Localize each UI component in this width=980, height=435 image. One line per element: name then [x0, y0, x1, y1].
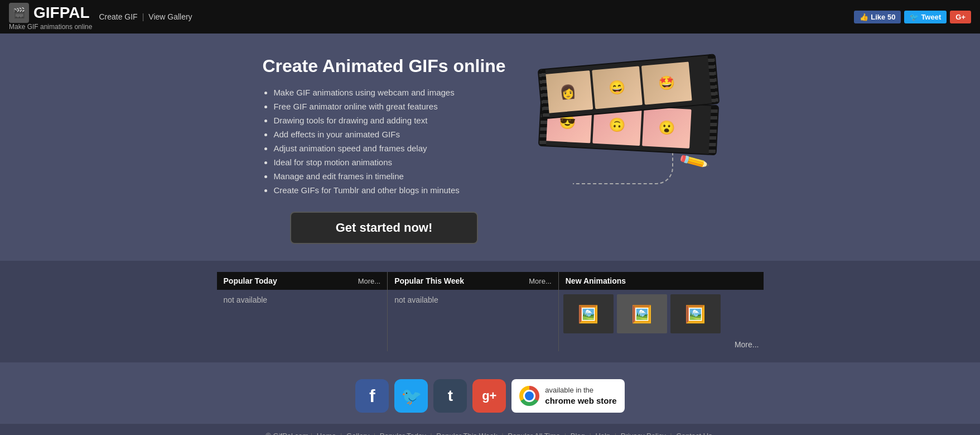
popular-week-more[interactable]: More... — [529, 277, 551, 285]
gplus-label: G+ — [955, 13, 965, 21]
popular-section: Popular Today More... not available Popu… — [0, 261, 980, 362]
footer-link-popular-week[interactable]: Popular This Week — [436, 432, 497, 435]
nav-separator: | — [142, 12, 144, 21]
footer-link-popular-alltime[interactable]: Popular All Time — [508, 432, 560, 435]
feature-item: Ideal for stop motion animations — [273, 157, 505, 167]
popular-week-header: Popular This Week More... — [388, 272, 558, 290]
twitter-icon[interactable]: 🐦 — [394, 379, 428, 413]
logo-icon: 🎬 — [9, 3, 29, 23]
popular-week-col: Popular This Week More... not available — [388, 272, 559, 351]
feature-item: Drawing tools for drawing and adding tex… — [273, 116, 505, 125]
social-footer: f 🐦 t g+ available in the chrome web sto… — [0, 362, 980, 424]
copyright: © GifPal.com — [265, 432, 308, 435]
footer-link-privacy[interactable]: Privacy Policy — [621, 432, 666, 435]
popular-inner: Popular Today More... not available Popu… — [217, 272, 764, 351]
twitter-logo: 🐦 — [401, 386, 422, 406]
thumbs-up-icon: 👍 — [860, 13, 868, 21]
nav-create-gif[interactable]: Create GIF — [99, 12, 137, 21]
header-left: 🎬 GIFPAL Make GIF animations online Crea… — [9, 3, 192, 31]
facebook-logo: f — [369, 386, 375, 407]
chrome-store-button[interactable]: available in the chrome web store — [511, 379, 624, 413]
facebook-like-button[interactable]: 👍 Like 50 — [854, 11, 901, 23]
feature-item: Add effects in your animated GIFs — [273, 130, 505, 139]
footer-link-popular-today[interactable]: Popular Today — [380, 432, 426, 435]
feature-item: Create GIFs for Tumblr and other blogs i… — [273, 185, 505, 195]
footer-link-gallery[interactable]: Gallery — [346, 432, 369, 435]
logo-title: 🎬 GIFPAL — [9, 3, 92, 23]
film-frame: 👩 — [542, 70, 593, 113]
popular-today-status: not available — [224, 295, 268, 304]
footer-link-contact[interactable]: Contact Us — [676, 432, 712, 435]
popular-today-body: not available — [217, 290, 388, 310]
feature-item: Free GIF animator online with great feat… — [273, 102, 505, 111]
new-animations-col: New Animations 🖼️ 🖼️ 🖼️ More... — [559, 272, 764, 351]
social-icons: f 🐦 t g+ available in the chrome web sto… — [355, 379, 624, 413]
film-frame: 🤩 — [641, 61, 692, 104]
footer-link-blog[interactable]: Blog — [571, 432, 585, 435]
google-plus-button[interactable]: G+ — [950, 11, 971, 23]
animation-thumb-1[interactable]: 🖼️ — [563, 294, 614, 333]
bottom-nav: © GifPal.com | Home | Gallery | Popular … — [0, 424, 980, 435]
hero-content: Create Animated GIFs online Make GIF ani… — [262, 56, 505, 244]
chrome-store-line1: available in the — [545, 386, 593, 394]
popular-week-title: Popular This Week — [394, 276, 464, 285]
google-plus-icon[interactable]: g+ — [472, 379, 506, 413]
popular-today-col: Popular Today More... not available — [217, 272, 388, 351]
facebook-icon[interactable]: f — [355, 379, 389, 413]
popular-today-header: Popular Today More... — [217, 272, 388, 290]
hero-features-list: Make GIF animations using webcam and ima… — [262, 88, 505, 195]
new-animations-title: New Animations — [566, 276, 626, 285]
hero-image: 👩 😄 🤩 😎 🙃 😮 ✏️ — [539, 56, 718, 151]
logo-subtitle: Make GIF animations online — [9, 23, 92, 31]
new-animations-grid: 🖼️ 🖼️ 🖼️ — [559, 290, 764, 338]
header: 🎬 GIFPAL Make GIF animations online Crea… — [0, 0, 980, 34]
header-right: 👍 Like 50 🐦 Tweet G+ — [854, 11, 971, 23]
popular-today-more[interactable]: More... — [358, 277, 380, 285]
gplus-logo: g+ — [482, 389, 496, 403]
animation-thumb-2[interactable]: 🖼️ — [617, 294, 667, 333]
tweet-label: Tweet — [921, 13, 941, 21]
footer-link-home[interactable]: Home — [317, 432, 336, 435]
popular-week-body: not available — [388, 290, 558, 310]
twitter-icon: 🐦 — [910, 13, 919, 21]
nav-links: Create GIF | View Gallery — [99, 12, 192, 21]
get-started-button[interactable]: Get started now! — [290, 212, 479, 244]
chrome-store-line2: chrome web store — [545, 395, 616, 407]
film-frame: 😮 — [642, 107, 692, 148]
feature-item: Manage and edit frames in timeline — [273, 171, 505, 181]
feature-item: Adjust animation speed and frames delay — [273, 144, 505, 153]
new-animations-header: New Animations — [559, 272, 764, 290]
tumblr-logo: t — [448, 387, 453, 405]
film-frame: 😄 — [592, 66, 643, 109]
popular-week-status: not available — [394, 295, 438, 304]
animation-thumb-3[interactable]: 🖼️ — [670, 294, 721, 333]
nav-view-gallery[interactable]: View Gallery — [148, 12, 192, 21]
footer-link-help[interactable]: Help — [595, 432, 610, 435]
popular-today-title: Popular Today — [224, 276, 277, 285]
feature-item: Make GIF animations using webcam and ima… — [273, 88, 505, 97]
logo-area: 🎬 GIFPAL Make GIF animations online — [9, 3, 92, 31]
chrome-store-text: available in the chrome web store — [545, 386, 616, 406]
hero-title: Create Animated GIFs online — [262, 56, 505, 77]
hero-section: Create Animated GIFs online Make GIF ani… — [0, 34, 980, 261]
dashed-line-decor — [573, 151, 673, 184]
tumblr-icon[interactable]: t — [433, 379, 467, 413]
logo-text: GIFPAL — [33, 4, 90, 22]
twitter-tweet-button[interactable]: 🐦 Tweet — [904, 11, 947, 23]
like-count: Like 50 — [871, 13, 895, 21]
chrome-logo-icon — [519, 386, 539, 406]
new-animations-more[interactable]: More... — [559, 338, 764, 351]
